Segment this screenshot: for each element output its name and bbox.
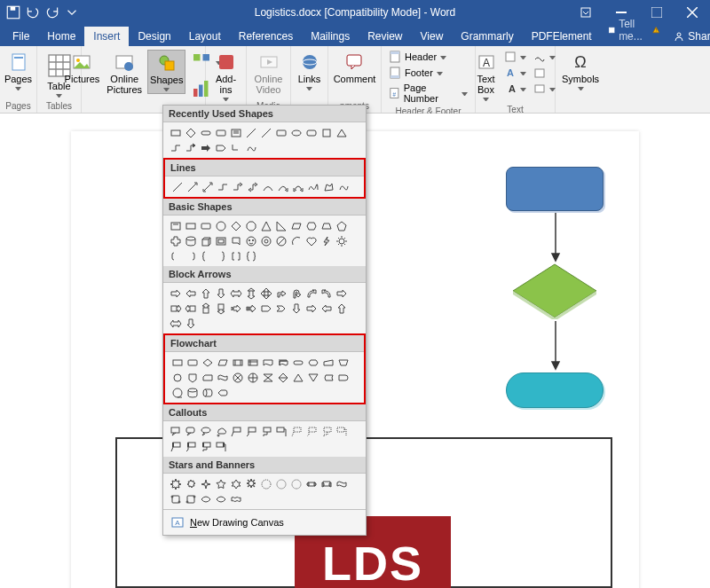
shape-double-wave-icon[interactable]	[229, 492, 242, 506]
tab-references[interactable]: References	[230, 27, 302, 46]
flowchart-terminator-shape[interactable]	[506, 372, 604, 408]
shape-elbow-double-icon[interactable]	[246, 180, 259, 193]
shape-star32-icon[interactable]	[289, 477, 303, 490]
shape-folded-icon[interactable]	[229, 234, 242, 247]
shape-arrow-uturn-icon[interactable]	[289, 286, 303, 300]
shape-arrow-icon[interactable]	[169, 317, 182, 330]
shape-callout-line-icon[interactable]	[335, 425, 348, 438]
shape-scribble-icon[interactable]	[306, 180, 320, 193]
tab-file[interactable]: File	[4, 27, 38, 46]
shape-elbow-arrow-icon[interactable]	[184, 141, 197, 154]
shape-arrow-ud-icon[interactable]	[244, 286, 257, 300]
shape-brace-icon[interactable]	[199, 249, 212, 263]
shape-callout-bar-icon[interactable]	[214, 440, 227, 453]
shape-roundrect-icon[interactable]	[214, 126, 227, 139]
shape-can-icon[interactable]	[184, 234, 197, 247]
shape-arrow-lr-icon[interactable]	[229, 286, 242, 300]
shape-freeform-closed-icon[interactable]	[321, 180, 335, 193]
shape-arrow-callout-icon[interactable]	[199, 302, 212, 315]
shape-fc-collate-icon[interactable]	[261, 371, 274, 384]
shape-arrow-icon[interactable]	[169, 286, 182, 300]
shape-curve-double-icon[interactable]	[291, 180, 304, 193]
shape-rectangle-icon[interactable]	[169, 126, 182, 139]
shape-fc-display-icon[interactable]	[216, 386, 229, 399]
object-button[interactable]	[532, 82, 557, 96]
shape-elbow-arrow-icon[interactable]	[231, 180, 244, 193]
shape-fc-or-icon[interactable]	[246, 371, 259, 384]
shape-fc-manual-op-icon[interactable]	[336, 356, 350, 369]
shape-ribbon-icon[interactable]	[304, 477, 318, 490]
symbols-button[interactable]: Ω Symbols	[560, 50, 601, 92]
shapes-button[interactable]: Shapes	[147, 50, 185, 94]
signature-line-button[interactable]	[532, 50, 557, 64]
shape-ribbon2-icon[interactable]	[320, 477, 333, 490]
shape-callout-cloud-icon[interactable]	[214, 425, 227, 438]
shape-arrow-callout-icon[interactable]	[214, 302, 227, 315]
shape-brace-icon[interactable]	[214, 249, 227, 263]
shape-nosign-icon[interactable]	[274, 234, 288, 247]
shape-bracket-icon[interactable]	[184, 249, 197, 263]
shape-curved-ribbon-icon[interactable]	[199, 492, 212, 506]
tab-pdfelement[interactable]: PDFElement	[523, 27, 601, 46]
shape-arrow-icon[interactable]	[199, 286, 212, 300]
shape-sun-icon[interactable]	[335, 234, 348, 247]
shape-fc-sort-icon[interactable]	[276, 371, 289, 384]
shape-circle-icon[interactable]	[214, 219, 227, 232]
footer-button[interactable]: Footer	[387, 66, 469, 80]
shape-oval-icon[interactable]	[289, 126, 303, 139]
shape-curve-icon[interactable]	[261, 180, 274, 193]
shape-arc-icon[interactable]	[289, 234, 303, 247]
tab-design[interactable]: Design	[129, 27, 179, 46]
shape-arrow-icon[interactable]	[184, 317, 197, 330]
shape-callout-bar-icon[interactable]	[169, 440, 182, 453]
shape-line-icon[interactable]	[244, 126, 257, 139]
save-icon[interactable]	[5, 4, 21, 20]
shape-fc-decision-icon[interactable]	[201, 356, 214, 369]
shape-callout-bar-icon[interactable]	[199, 440, 212, 453]
shape-bracket-icon[interactable]	[169, 249, 182, 263]
shape-roundrect-icon[interactable]	[199, 219, 212, 232]
addins-button[interactable]: Add-ins	[211, 50, 241, 103]
shape-line-icon[interactable]	[259, 126, 272, 139]
close-button[interactable]	[674, 0, 710, 25]
shape-callout-line-icon[interactable]	[274, 425, 288, 438]
new-drawing-canvas-button[interactable]: A New Drawing Canvas	[163, 509, 366, 535]
shape-arrow-icon[interactable]	[289, 302, 303, 315]
shape-explosion-icon[interactable]	[169, 477, 182, 490]
shape-bevel-icon[interactable]	[214, 234, 227, 247]
shape-roundrect-icon[interactable]	[274, 126, 288, 139]
shape-curved-ribbon2-icon[interactable]	[214, 492, 227, 506]
shape-fc-process-icon[interactable]	[170, 356, 184, 369]
shape-wave-icon[interactable]	[335, 477, 348, 490]
shape-callout-oval-icon[interactable]	[199, 425, 212, 438]
tell-me-search[interactable]: Tell me... !	[601, 14, 667, 46]
shape-arrow-curved-icon[interactable]	[320, 286, 333, 300]
shape-arrow-icon[interactable]	[184, 286, 197, 300]
shape-textbox-icon[interactable]	[229, 126, 242, 139]
shape-fc-predefined-icon[interactable]	[231, 356, 244, 369]
shape-fc-merge-icon[interactable]	[306, 371, 320, 384]
shape-arrow-icon[interactable]	[320, 302, 333, 315]
text-box-button[interactable]: A Text Box	[474, 50, 499, 103]
share-button[interactable]: Share	[667, 27, 710, 46]
shape-star8-icon[interactable]	[244, 477, 257, 490]
shape-star24-icon[interactable]	[274, 477, 288, 490]
shape-arrow-notched-icon[interactable]	[229, 302, 242, 315]
shape-line-arrow-icon[interactable]	[185, 180, 199, 193]
shape-hexagon-icon[interactable]	[304, 219, 318, 232]
drop-cap-button[interactable]: A	[502, 82, 528, 96]
flowchart-process-shape[interactable]	[506, 167, 604, 211]
shape-freeform-icon[interactable]	[244, 141, 257, 154]
shape-arrow-icon[interactable]	[335, 286, 348, 300]
shape-arrow-bent-icon[interactable]	[274, 286, 288, 300]
shape-fc-seqaccess-icon[interactable]	[170, 386, 184, 399]
shape-fc-offpage-icon[interactable]	[185, 371, 199, 384]
redo-icon[interactable]	[44, 4, 60, 20]
shape-fc-directaccess-icon[interactable]	[201, 386, 214, 399]
shape-freeform-icon[interactable]	[336, 180, 350, 193]
shape-scroll-icon[interactable]	[169, 492, 182, 506]
shape-callout-line-icon[interactable]	[320, 425, 333, 438]
tab-grammarly[interactable]: Grammarly	[452, 27, 522, 46]
shape-triangle-icon[interactable]	[335, 126, 348, 139]
shape-heart-icon[interactable]	[304, 234, 318, 247]
